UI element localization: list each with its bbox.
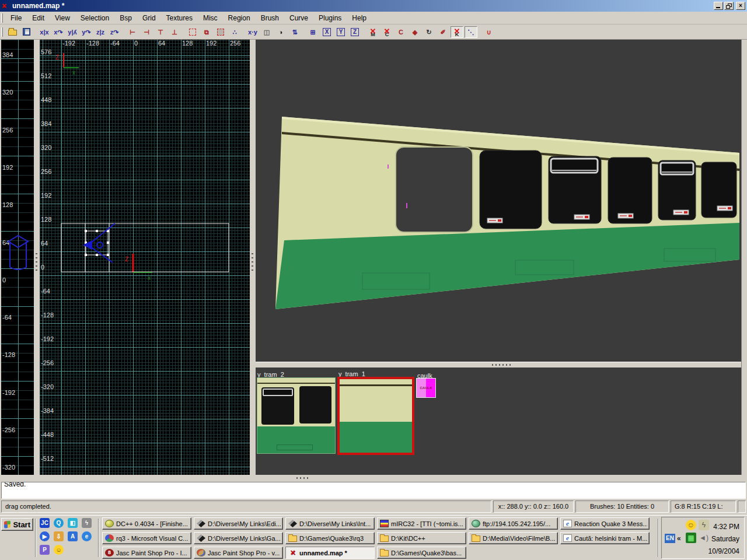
taskbar-button-reaction-quake-3-mess[interactable]: eReaction Quake 3 Mess... [560,517,650,530]
media-player-icon[interactable]: ▶ [40,531,50,541]
freehand-button[interactable]: ✐ [437,26,449,38]
taskbar-button-mirc32-tti-tomi-is[interactable]: mIRC32 - [TTI (~tomi.is... [377,517,466,530]
vertex-mode-button[interactable]: ∴ [228,26,241,38]
texture-3d-button[interactable]: ◫ [260,26,273,38]
taskbar-button-rq3-microsoft-visual-c[interactable]: rq3 - Microsoft Visual C... [102,532,191,544]
menubar-grip[interactable] [1,13,3,23]
edge-bend-up-button[interactable]: ⊤ [154,26,167,38]
menu-item-curve[interactable]: Curve [284,12,313,24]
right-scroll-strip[interactable] [741,40,746,475]
popup-menu-button[interactable]: ⊞ [306,26,319,38]
close-button[interactable]: × [736,2,745,10]
messenger-icon[interactable]: P [40,545,50,555]
edge-bend-right-button[interactable]: ⊣ [140,26,153,38]
menu-item-textures[interactable]: Textures [161,12,198,24]
contrast-button[interactable]: ◑ [274,26,287,38]
taskbar-button-ftp-194-105-242-195[interactable]: ftp://194.105.242.195/... [469,517,558,530]
taskbar-button-d-media-video-filme-b[interactable]: D:\Media\Video\Filme\B... [469,532,558,544]
free-rotate-button[interactable]: ⋱ [465,26,477,38]
flip-z-button[interactable]: z|z [94,26,107,38]
volume-tray-icon[interactable]: ◄) [699,533,709,543]
cubic-clip-button[interactable]: C✕ [381,26,393,38]
refresh-button[interactable]: ↻ [423,26,435,38]
taskbar-button-d-kit-dc[interactable]: D:\Kit\DC++ [377,532,466,544]
plug-app-icon[interactable]: ϟ [82,518,92,528]
edge-bend-left-button[interactable]: ⊢ [126,26,139,38]
quicktime-icon[interactable]: Q [54,518,64,528]
clipper-button[interactable]: C [395,26,407,38]
axis-xy-button[interactable]: x·y [246,26,259,38]
smiley-tray-icon[interactable]: ☺ [686,520,696,530]
window-app-icon[interactable]: ◧ [68,518,78,528]
taskbar-button-d-diverse-my-links-int[interactable]: D:\Diverse\My Links\Int... [285,517,375,530]
console-output[interactable]: Saved. [1,482,746,499]
menu-item-grid[interactable]: Grid [137,12,161,24]
deselect-button[interactable] [214,26,227,38]
splitter-handle-dots[interactable] [296,477,308,479]
view-x-button[interactable]: X [320,26,333,38]
texture-tile-y-tram-1-selected[interactable] [337,377,414,455]
open-button[interactable] [6,26,19,38]
dont-select-curves-button[interactable]: K✕ [451,26,463,38]
menu-item-file[interactable]: File [5,12,27,24]
taskbar-button-d-diverse-my-links-edi[interactable]: D:\Diverse\My Links\Edi... [194,517,283,530]
taskbar-button-d-diverse-my-links-ga[interactable]: D:\Diverse\My Links\Ga... [194,532,283,544]
menu-item-bsp[interactable]: Bsp [114,12,137,24]
taskbar-button-d-games-quake3-rq3[interactable]: D:\Games\Quake3\rq3 [285,532,375,544]
menu-item-region[interactable]: Region [223,12,256,24]
z-axis-view[interactable]: 384320256192128640-64-128-192-256-320 [1,40,34,475]
tray-chevron-icon[interactable]: « [677,534,681,542]
splitter-2d-3d[interactable] [250,40,256,475]
taskbar-button-jasc-paint-shop-pro-v[interactable]: Jasc Paint Shop Pro - v... [194,547,283,559]
download-icon[interactable]: ⇩ [54,531,64,541]
taskbar-button-jasc-paint-shop-pro-i[interactable]: 8Jasc Paint Shop Pro - I... [102,547,191,559]
selection-marquee-button[interactable] [186,26,199,38]
splitter-3d-textures[interactable] [256,362,741,368]
jcreator-icon[interactable]: JC [40,518,50,528]
splitter-zstrip[interactable] [34,40,40,475]
menu-item-edit[interactable]: Edit [27,12,50,24]
cycle-views-button[interactable]: ⇅ [288,26,301,38]
camera-3d-view[interactable] [256,40,741,362]
minimize-button[interactable] [714,2,723,10]
splitter-handle-dots[interactable] [492,364,513,366]
menu-item-selection[interactable]: Selection [75,12,114,24]
menu-item-view[interactable]: View [50,12,75,24]
splitter-handle-dots[interactable] [36,251,37,271]
flip-x-button[interactable]: x|x [38,26,51,38]
texture-lock-button[interactable]: ∪ [483,26,495,38]
texture-browser[interactable]: y_tram_2 y_tram_1 caulk CAULK [256,368,741,475]
toolbar-grip[interactable] [1,27,3,37]
power-tray-icon[interactable]: ϟ [699,520,709,530]
rotate-x-button[interactable]: x↷ [52,26,65,38]
smiley-launch-icon[interactable]: ☺ [54,545,64,555]
caulk-brush-button[interactable]: ◈ [409,26,421,38]
splitter-console[interactable] [0,475,747,482]
texture-tile-y-tram-2[interactable] [257,377,336,454]
language-indicator[interactable]: EN [665,534,675,543]
grid-2d-view[interactable]: -192-128-64064128192256 5765124483843202… [40,40,250,475]
network-tray-icon[interactable]: ▦ [686,533,696,543]
ie-icon[interactable]: e [82,531,92,541]
menu-item-misc[interactable]: Misc [198,12,223,24]
taskbar-button-dc-0-4034-finishe[interactable]: DC++ 0.4034 - [Finishe... [102,517,191,530]
clone-selection-button[interactable]: ⧉ [200,26,213,38]
edge-bend-down-button[interactable]: ⊥ [168,26,181,38]
a-app-icon[interactable]: A [68,531,78,541]
taskbar-button-unnamed-map[interactable]: ×unnamed.map * [285,547,375,559]
menu-item-brush[interactable]: Brush [256,12,284,24]
hide-models-button[interactable]: M✕ [366,26,379,38]
menu-item-plugins[interactable]: Plugins [313,12,347,24]
view-y-button[interactable]: Y [334,26,347,38]
texture-tile-caulk[interactable]: CAULK [416,378,436,398]
splitter-handle-dots[interactable] [252,251,253,271]
taskbar-button-d-games-quake3-bas[interactable]: D:\Games\Quake3\bas... [377,547,466,559]
menu-item-help[interactable]: Help [347,12,372,24]
taskbar-button-caut-helsinki-tram-m[interactable]: eCaută: helsinki tram - M... [560,532,650,544]
start-button[interactable]: Start [1,518,33,531]
view-z-button[interactable]: Z [348,26,361,38]
rotate-z-button[interactable]: z↷ [108,26,121,38]
restore-button[interactable] [724,2,734,10]
rotate-y-button[interactable]: y↷ [80,26,93,38]
save-button[interactable] [20,26,33,38]
